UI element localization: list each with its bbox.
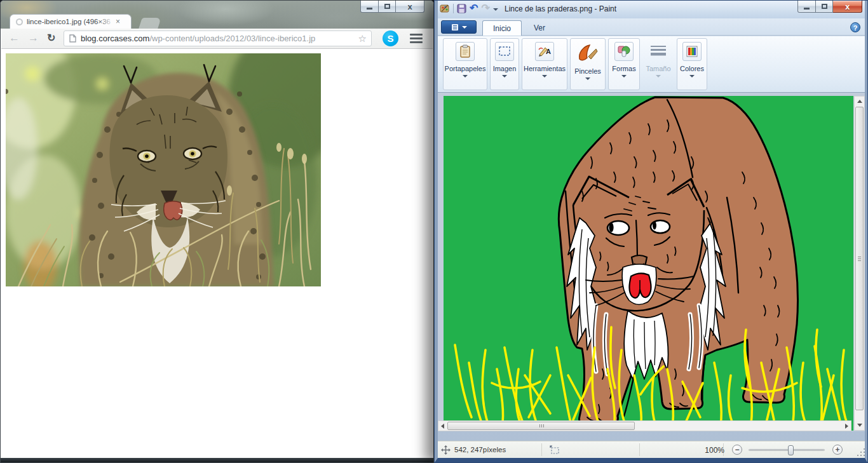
zoom-in-button[interactable]: + (832, 445, 843, 455)
file-menu-button[interactable] (441, 20, 477, 34)
dropdown-icon (585, 77, 590, 80)
zoom-slider[interactable] (749, 449, 825, 451)
tools-icon: A (538, 45, 552, 58)
minimize-button[interactable] (360, 1, 379, 13)
dropdown-icon (689, 75, 695, 77)
vertical-scrollbar[interactable] (854, 96, 865, 431)
cursor-position-icon (441, 445, 451, 455)
ribbon-group-colores[interactable]: Colores (677, 38, 707, 90)
qat-dropdown-icon[interactable] (493, 8, 498, 11)
browser-window: x lince-iberico1.jpg (496×36 × ← → ↻ blo… (0, 0, 434, 463)
bookmark-star-icon[interactable]: ☆ (358, 33, 367, 44)
brush-icon (577, 43, 599, 63)
help-icon[interactable]: ? (850, 22, 860, 32)
paint-statusbar: 542, 247píxeles 100% − + (435, 441, 867, 458)
close-button[interactable]: x (833, 1, 862, 13)
select-icon (498, 46, 511, 57)
status-separator (541, 443, 542, 456)
ribbon-group-imagen[interactable]: Imagen (490, 38, 519, 90)
tab-inicio[interactable]: Inicio (482, 20, 522, 36)
minimize-button[interactable] (797, 1, 816, 13)
close-icon: x (845, 3, 850, 11)
ribbon-group-herramientas[interactable]: A Herramientas (522, 38, 567, 90)
zoom-out-button[interactable]: − (732, 445, 742, 455)
shapes-icon (617, 45, 631, 58)
dropdown-icon (621, 75, 627, 77)
close-icon: x (407, 3, 412, 11)
horizontal-scrollbar[interactable] (438, 420, 851, 431)
close-button[interactable]: x (396, 1, 424, 13)
svg-text:A: A (546, 48, 551, 55)
dropdown-icon (656, 75, 661, 77)
vertical-scroll-thumb[interactable] (855, 107, 864, 410)
maximize-button[interactable] (816, 1, 833, 13)
tab-ver[interactable]: Ver (526, 20, 553, 36)
reload-button[interactable]: ↻ (47, 31, 55, 45)
dropdown-icon (463, 75, 468, 77)
quick-access-toolbar: ↶ ↷ (440, 3, 498, 13)
clipboard-icon (459, 44, 471, 58)
forward-button[interactable]: → (28, 31, 39, 45)
browser-tab[interactable]: lince-iberico1.jpg (496×36 × (10, 14, 132, 29)
browser-page (3, 49, 431, 458)
zoom-level-readout: 100% (705, 446, 724, 455)
browser-bottom-border (1, 458, 433, 462)
horizontal-scroll-thumb[interactable] (447, 422, 635, 430)
paint-canvas[interactable] (444, 96, 853, 431)
browser-toolbar: ← → ↻ blog.corcases.com /wp-content/uplo… (1, 29, 433, 49)
url-path: /wp-content/uploads/2012/03/lince-iberic… (149, 34, 353, 43)
file-menu-icon (451, 23, 459, 31)
selection-size-icon (550, 445, 560, 455)
paint-window-controls: x (797, 1, 862, 13)
ribbon: Portapapeles Imagen A Herramientas Pince… (435, 36, 867, 93)
paint-workarea (438, 93, 865, 431)
page-icon (69, 34, 76, 43)
redo-icon: ↷ (481, 3, 489, 13)
save-icon[interactable] (457, 4, 466, 13)
paint-menu-row: Inicio Ver ? (435, 18, 867, 36)
browser-window-controls: x (360, 1, 424, 13)
ribbon-group-formas[interactable]: Formas (608, 38, 640, 90)
maximize-button[interactable] (379, 1, 396, 13)
paint-titlebar[interactable]: ↶ ↷ Lince de las praderas.png - Paint x (435, 1, 867, 18)
browser-menu-icon[interactable] (410, 34, 423, 45)
ribbon-group-tamano: Tamaño (642, 38, 674, 90)
size-icon (650, 44, 667, 58)
url-host: blog.corcases.com (81, 34, 149, 43)
tab-title: lince-iberico1.jpg (496×36 (27, 18, 114, 25)
colors-icon (686, 45, 698, 58)
paint-canvas-drawing[interactable] (444, 96, 853, 431)
skype-extension-icon[interactable]: S (383, 30, 398, 46)
ribbon-group-pinceles[interactable]: Pinceles (570, 38, 606, 90)
back-button[interactable]: ← (9, 31, 20, 45)
zoom-slider-thumb[interactable] (788, 445, 794, 455)
cursor-position-readout: 542, 247píxeles (454, 446, 506, 453)
scroll-down-icon[interactable] (857, 424, 862, 427)
status-separator (639, 443, 640, 456)
new-tab-button[interactable] (139, 18, 161, 29)
address-bar[interactable]: blog.corcases.com /wp-content/uploads/20… (64, 30, 372, 46)
dropdown-icon (542, 75, 547, 77)
tab-close-icon[interactable]: × (116, 18, 120, 25)
ribbon-group-portapapeles[interactable]: Portapapeles (443, 38, 487, 90)
paint-app-icon (440, 3, 450, 13)
dropdown-icon (502, 75, 507, 77)
resize-grip[interactable] (857, 448, 865, 456)
qat-separator (453, 4, 454, 13)
scroll-left-icon[interactable] (441, 424, 444, 429)
undo-icon[interactable]: ↶ (470, 3, 478, 13)
favicon-icon (16, 18, 23, 25)
scroll-right-icon[interactable] (845, 424, 848, 429)
paint-window-title: Lince de las praderas.png - Paint (505, 4, 616, 13)
scroll-up-icon[interactable] (857, 100, 862, 103)
lynx-photo[interactable] (6, 53, 321, 286)
paint-window: ↶ ↷ Lince de las praderas.png - Paint x … (434, 0, 868, 463)
